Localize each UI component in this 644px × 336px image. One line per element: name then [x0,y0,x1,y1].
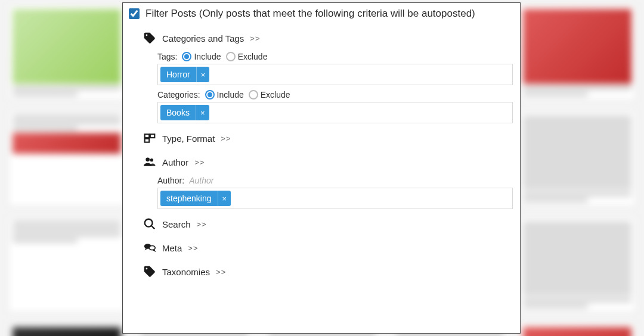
expand-indicator: >> [221,134,231,143]
section-label: Type, Format [162,133,215,144]
section-label: Taxonomies [162,267,210,277]
tag-icon [142,265,157,278]
tags-label-row: Tags: Include Exclude [157,49,513,64]
chip-remove-icon[interactable]: × [196,105,209,120]
section-taxonomies[interactable]: Taxonomies >> [129,258,513,282]
categories-input[interactable]: Books × [157,102,513,123]
section-label: Author [162,157,188,167]
svg-rect-0 [145,134,150,138]
svg-point-3 [145,158,150,162]
svg-line-6 [151,226,155,229]
author-label: Author: [157,176,184,185]
categories-field: Categories: Include Exclude Books × [129,86,513,125]
expand-indicator: >> [194,158,205,167]
expand-indicator: >> [197,220,207,229]
panel-header: Filter Posts (Only posts that meet the f… [129,7,513,24]
search-icon [142,217,157,231]
radio-label: Exclude [238,52,268,61]
radio-label: Include [217,90,244,99]
tags-input[interactable]: Horror × [157,64,513,85]
chip-remove-icon[interactable]: × [196,67,210,82]
categories-exclude-radio[interactable]: Exclude [249,90,290,99]
tag-icon [142,32,157,45]
author-input[interactable]: stephenking × [157,188,513,209]
expand-indicator: >> [250,34,260,43]
chip-label: Horror [160,70,196,79]
section-label: Categories and Tags [162,33,244,43]
tags-field: Tags: Include Exclude Horror × [129,48,513,86]
expand-indicator: >> [216,267,226,276]
layout-icon [142,132,157,145]
section-label: Meta [162,243,182,253]
category-chip: Books × [160,105,209,120]
section-label: Search [162,219,191,229]
chip-label: Books [160,108,196,117]
radio-label: Exclude [261,90,290,99]
section-meta[interactable]: Meta >> [129,234,513,258]
tags-label: Tags: [157,52,177,61]
svg-point-4 [150,158,153,161]
svg-point-5 [145,219,153,227]
categories-include-radio[interactable]: Include [205,90,244,99]
chip-label: stephenking [160,194,218,203]
filter-posts-panel: Filter Posts (Only posts that meet the f… [122,2,521,334]
panel-title: Filter Posts (Only posts that meet the f… [145,8,475,20]
users-icon [142,155,157,169]
section-author[interactable]: Author >> [129,148,513,172]
radio-label: Include [194,52,221,61]
comments-icon [142,241,157,254]
expand-indicator: >> [188,244,198,253]
section-type-format[interactable]: Type, Format >> [129,125,513,148]
filter-enable-checkbox[interactable] [129,8,140,19]
author-chip: stephenking × [160,191,231,206]
tags-exclude-radio[interactable]: Exclude [226,52,268,61]
svg-point-8 [149,246,155,250]
section-search[interactable]: Search >> [129,210,513,234]
svg-rect-2 [145,139,150,142]
author-label-row: Author: Author [157,173,513,188]
tag-chip: Horror × [160,67,209,82]
svg-rect-1 [150,134,155,138]
author-field: Author: Author stephenking × [129,172,513,210]
author-placeholder: Author [189,176,213,185]
chip-remove-icon[interactable]: × [218,191,231,206]
section-categories-tags[interactable]: Categories and Tags >> [129,24,513,48]
categories-label: Categories: [157,90,200,99]
tags-include-radio[interactable]: Include [182,52,221,61]
categories-label-row: Categories: Include Exclude [157,88,513,102]
